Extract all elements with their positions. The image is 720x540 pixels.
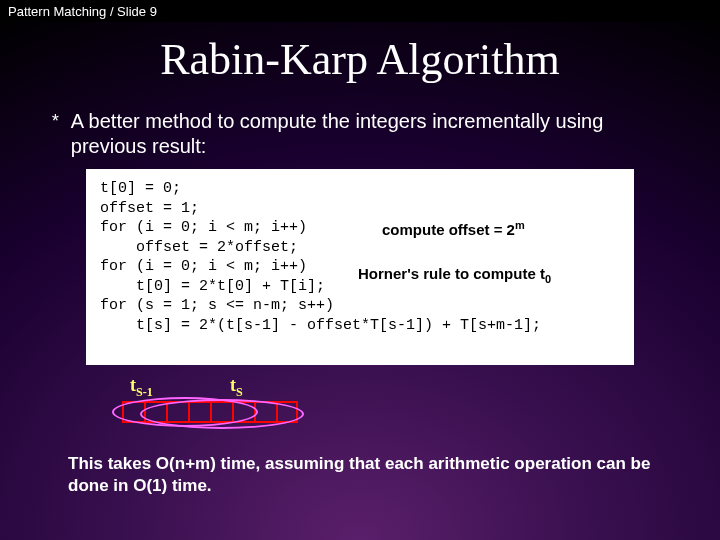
code-line: offset = 2*offset;: [100, 238, 620, 258]
ellipse-curr-window: [140, 399, 304, 429]
header-text: Pattern Matching / Slide 9: [8, 4, 157, 19]
code-block: t[0] = 0; offset = 1; for (i = 0; i < m;…: [86, 169, 634, 365]
label-ts: tS: [230, 375, 243, 400]
code-line: offset = 1;: [100, 199, 620, 219]
annotation-horner: Horner's rule to compute t0: [358, 265, 551, 285]
code-line: t[0] = 0;: [100, 179, 620, 199]
annotation-offset: compute offset = 2m: [382, 219, 525, 238]
label-ts-1: tS-1: [130, 375, 153, 400]
slide-title: Rabin-Karp Algorithm: [0, 34, 720, 85]
bullet-item: * A better method to compute the integer…: [50, 109, 680, 159]
bullet-icon: *: [50, 112, 61, 132]
code-line: t[s] = 2*(t[s-1] - offset*T[s-1]) + T[s+…: [100, 316, 620, 336]
window-diagram: tS-1 tS: [108, 373, 328, 435]
code-line: for (s = 1; s <= n-m; s++): [100, 296, 620, 316]
bullet-text: A better method to compute the integers …: [71, 109, 680, 159]
code-line: for (i = 0; i < m; i++): [100, 218, 620, 238]
slide-header: Pattern Matching / Slide 9: [0, 0, 720, 22]
conclusion-text: This takes O(n+m) time, assuming that ea…: [68, 453, 660, 497]
